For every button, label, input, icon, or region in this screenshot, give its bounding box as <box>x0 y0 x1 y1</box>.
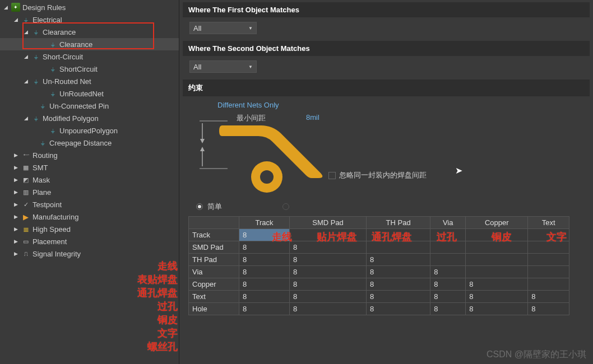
simple-mode-radio[interactable] <box>196 203 203 210</box>
tree-unrouted[interactable]: ⏚ UnRoutedNet <box>0 87 179 100</box>
second-object-dropdown[interactable]: All ▼ <box>189 60 257 73</box>
grid-cell[interactable]: 8 <box>430 303 466 315</box>
tree-highspeed[interactable]: ≣ High Speed <box>0 223 179 235</box>
grid-row-label[interactable]: SMD Pad <box>189 241 239 254</box>
tree-electrical[interactable]: ⏚ Electrical <box>0 13 179 26</box>
expand-icon[interactable] <box>12 17 19 22</box>
grid-header[interactable]: TH Pad <box>367 217 430 229</box>
grid-header[interactable]: Track <box>239 217 290 229</box>
tree-label: Clearance <box>59 40 92 49</box>
grid-cell[interactable] <box>430 254 466 266</box>
tree-routing[interactable]: ⬳ Routing <box>0 149 179 161</box>
grid-cell[interactable]: 8 <box>239 278 290 291</box>
advanced-mode-radio[interactable] <box>282 203 289 210</box>
grid-cell[interactable]: 8 <box>289 291 366 303</box>
expand-icon[interactable] <box>22 115 29 121</box>
grid-cell[interactable]: 8 <box>430 266 466 278</box>
grid-cell[interactable]: 8 <box>466 303 528 315</box>
tree-manufacturing[interactable]: ▶ Manufacturing <box>0 211 179 223</box>
grid-row-label[interactable]: Hole <box>189 303 239 315</box>
grid-cell[interactable]: 8 <box>367 254 430 266</box>
grid-cell[interactable] <box>466 254 528 266</box>
ignore-pads-checkbox[interactable] <box>328 172 336 179</box>
grid-cell[interactable]: 8 <box>466 291 528 303</box>
grid-cell[interactable] <box>528 266 569 278</box>
grid-cell[interactable]: 8 <box>239 266 290 278</box>
grid-row-label[interactable]: Text <box>189 291 239 303</box>
expand-icon[interactable] <box>12 165 19 170</box>
tree-si[interactable]: ⎍ Signal Integrity <box>0 248 179 260</box>
expand-icon[interactable] <box>2 4 9 10</box>
tree-placement[interactable]: ▭ Placement <box>0 235 179 248</box>
tree-unrouted-group[interactable]: ⏚ Un-Routed Net <box>0 75 179 87</box>
different-nets-link[interactable]: Different Nets Only <box>217 101 583 109</box>
grid-row-label[interactable]: TH Pad <box>189 254 239 266</box>
tree-unconnected[interactable]: ⏚ Un-Connected Pin <box>0 100 179 112</box>
ignore-pads-label: 忽略同一封装内的焊盘间距 <box>339 170 427 180</box>
grid-cell[interactable]: 8 <box>466 278 528 291</box>
row-annotation: 文字 <box>137 326 178 340</box>
expand-icon[interactable] <box>12 177 19 183</box>
electrical-icon: ⏚ <box>21 15 30 24</box>
tree-short-circuit[interactable]: ⏚ ShortCircuit <box>0 63 179 75</box>
expand-icon[interactable] <box>22 54 29 59</box>
grid-header[interactable]: Text <box>528 217 569 229</box>
tree-creepage[interactable]: ⏚ Creepage Distance <box>0 137 179 149</box>
expand-icon[interactable] <box>12 239 19 244</box>
grid-cell[interactable]: 8 <box>528 303 569 315</box>
tree-root[interactable]: ✦ Design Rules <box>0 1 179 13</box>
grid-row-label[interactable]: Track <box>189 229 239 241</box>
expand-icon[interactable] <box>12 152 19 158</box>
grid-cell[interactable]: 8 <box>430 291 466 303</box>
grid-cell[interactable]: 8 <box>367 266 430 278</box>
grid-cell[interactable]: 8 <box>239 291 290 303</box>
expand-icon[interactable] <box>12 251 19 256</box>
expand-icon[interactable] <box>22 29 29 35</box>
grid-cell[interactable]: 8 <box>289 254 366 266</box>
grid-cell[interactable]: 8 <box>289 303 366 315</box>
expand-icon[interactable] <box>12 226 19 232</box>
grid-cell[interactable]: 8 <box>367 278 430 291</box>
svg-marker-5 <box>200 147 205 151</box>
grid-row-label[interactable]: Via <box>189 266 239 278</box>
tree-label: Placement <box>33 237 67 246</box>
expand-icon[interactable] <box>22 78 29 84</box>
tree-testpoint[interactable]: ✓ Testpoint <box>0 198 179 211</box>
grid-header[interactable]: Via <box>430 217 466 229</box>
tree-mask[interactable]: ◩ Mask <box>0 174 179 186</box>
expand-icon[interactable] <box>12 214 19 220</box>
tree-modpoly[interactable]: ⏚ UnpouredPolygon <box>0 124 179 137</box>
grid-header[interactable]: SMD Pad <box>289 217 366 229</box>
min-gap-value[interactable]: 8mil <box>306 113 319 122</box>
grid-row-label[interactable]: Copper <box>189 278 239 291</box>
grid-cell[interactable]: 8 <box>239 303 290 315</box>
grid-header[interactable]: Copper <box>466 217 528 229</box>
simple-mode-label: 简单 <box>207 202 222 212</box>
grid-cell[interactable]: 8 <box>528 291 569 303</box>
grid-header[interactable] <box>189 217 239 229</box>
grid-cell[interactable] <box>528 278 569 291</box>
clearance-icon: ⏚ <box>48 40 57 49</box>
grid-cell[interactable] <box>528 254 569 266</box>
tree-plane[interactable]: ▥ Plane <box>0 186 179 198</box>
grid-cell[interactable] <box>466 266 528 278</box>
row-annotation: 表贴焊盘 <box>137 273 178 286</box>
tree-clearance-group[interactable]: ⏚ Clearance <box>0 26 179 38</box>
rule-editor-panel: Where The First Object Matches All ▼ Whe… <box>179 0 593 364</box>
tree-clearance[interactable]: ⏚ Clearance <box>0 38 179 50</box>
chevron-down-icon: ▼ <box>248 26 253 31</box>
tree-smt[interactable]: ▦ SMT <box>0 161 179 174</box>
first-object-dropdown[interactable]: All ▼ <box>189 22 257 34</box>
tree-label: Mask <box>33 176 50 184</box>
grid-cell[interactable]: 8 <box>289 266 366 278</box>
tree-short-circuit-group[interactable]: ⏚ Short-Circuit <box>0 50 179 63</box>
tree-label: Un-Connected Pin <box>49 102 109 110</box>
expand-icon[interactable] <box>12 202 19 207</box>
expand-icon[interactable] <box>12 189 19 195</box>
grid-cell[interactable]: 8 <box>367 303 430 315</box>
grid-cell[interactable]: 8 <box>367 291 430 303</box>
grid-cell[interactable]: 8 <box>289 278 366 291</box>
tree-modpoly-group[interactable]: ⏚ Modified Polygon <box>0 112 179 124</box>
grid-cell[interactable]: 8 <box>430 278 466 291</box>
grid-cell[interactable]: 8 <box>239 254 290 266</box>
